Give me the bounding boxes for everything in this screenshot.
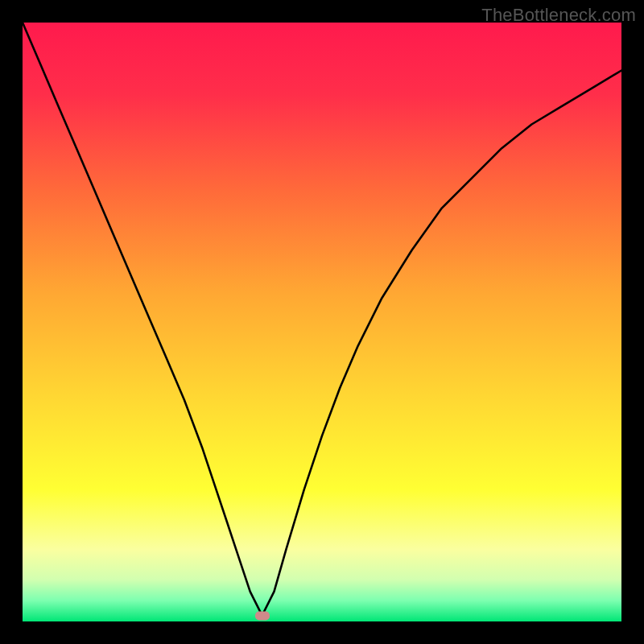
chart-background [23, 23, 621, 621]
watermark-text: TheBottleneck.com [481, 5, 636, 26]
chart-svg [23, 23, 621, 621]
minimum-marker [255, 611, 270, 620]
plot-area [23, 23, 621, 621]
chart-frame: TheBottleneck.com [0, 0, 644, 644]
